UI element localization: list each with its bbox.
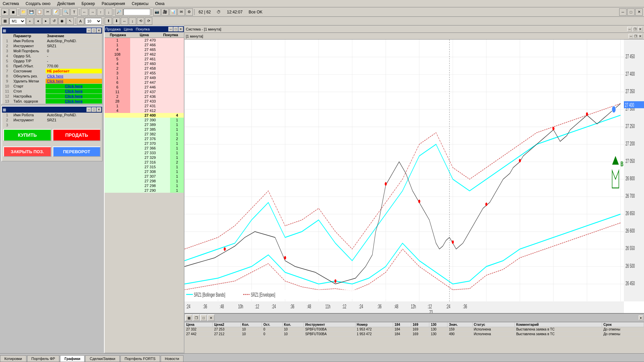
robot2-maximize[interactable]: □ [92, 107, 96, 112]
stop-link[interactable]: Click here [46, 89, 102, 94]
tb2-draw3[interactable]: ↔ [121, 17, 128, 25]
close-position-button[interactable]: ЗАКРЫТЬ ПОЗ. [3, 146, 51, 157]
toolbar-btn-7[interactable]: 📝 [52, 8, 59, 16]
bottom-table-container[interactable]: Цена Цена2 Кол. Ост. Кол. Инструмент Ном… [184, 322, 644, 353]
tb2-plus[interactable]: + [26, 17, 34, 25]
orderbook-body[interactable]: 1 27 470 1 27 466 4 27 465 108 27 462 5 … [105, 38, 184, 353]
col-price2: Цена2 [213, 322, 240, 327]
tb2-font[interactable]: A [77, 17, 84, 25]
toolbar-btn-11[interactable]: → [89, 8, 96, 16]
timeframe-select[interactable]: M1M5M15H1D1 [9, 18, 25, 24]
svg-point-34 [485, 202, 487, 206]
tb2-draw2[interactable]: ⬇ [113, 17, 120, 25]
bottom-btn1[interactable]: ▦ [185, 314, 193, 321]
svg-text:26 550: 26 550 [626, 245, 635, 251]
tab-quotes[interactable]: Котировки [0, 355, 26, 362]
delete-marks-link[interactable]: Click here [46, 79, 102, 84]
tb2-grid[interactable]: ▦ [1, 17, 9, 25]
start-link[interactable]: Click here [46, 84, 102, 89]
ob-minimize[interactable]: ─ [168, 27, 173, 32]
toolbar-close[interactable]: ✕ [635, 8, 643, 16]
tb2-draw1[interactable]: ⬆ [105, 17, 112, 25]
list-item: 27 376 2 [105, 136, 184, 141]
table-row: 11 Стоп Click here [2, 89, 102, 94]
menu-services[interactable]: Сервисы [130, 1, 150, 7]
reset-link[interactable]: Click here [46, 74, 102, 79]
tab-portfolio-fr[interactable]: Портфель ФР [27, 355, 60, 362]
menu-system[interactable]: Система [1, 1, 20, 7]
robot2-close[interactable]: ✕ [97, 107, 101, 112]
toolbar-btn-3[interactable]: 📁 [20, 8, 27, 16]
tab-portfolio-forts[interactable]: Портфель FORTS [120, 355, 160, 362]
table-row: 2 Инструмент SRZ1 [2, 44, 102, 49]
bottom-scroll-right[interactable]: ▸ [639, 315, 643, 320]
tb2-arrow-left[interactable]: ◂ [34, 17, 42, 25]
svg-point-30 [334, 279, 336, 283]
sell-button[interactable]: ПРОДАТЬ [53, 129, 101, 141]
toolbar-btn-9[interactable]: T [70, 8, 78, 16]
toolbar-btn-2[interactable]: ⏹ [9, 8, 17, 16]
menu-windows[interactable]: Окна [154, 1, 166, 7]
orders-table-link[interactable]: Click here [46, 99, 102, 104]
tb2-draw5[interactable]: ⟲ [137, 17, 144, 25]
toolbar-btn-4[interactable]: 💾 [28, 8, 35, 16]
buy-button[interactable]: КУПИТЬ [3, 129, 51, 141]
menu-broker[interactable]: Брокер [80, 1, 96, 7]
toolbar-btn-1[interactable]: ▶ [1, 8, 9, 16]
svg-text:10h: 10h [238, 303, 243, 309]
toolbar-btn-5[interactable]: 📋 [36, 8, 43, 16]
list-item: 2 27 436 [105, 94, 184, 99]
toolbar-settings[interactable]: ⚙ [185, 8, 193, 16]
toolbar-btn-12[interactable]: ↑ [97, 8, 104, 16]
chart-wrapper[interactable]: B 27 450 27 400 27 350 27 300 27 250 27 … [184, 40, 644, 313]
svg-text:12h: 12h [411, 303, 416, 309]
tab-charts[interactable]: Графики [60, 355, 85, 362]
tb2-cursor[interactable]: ↖ [66, 17, 74, 25]
tb2-indicator[interactable]: ◉ [58, 17, 66, 25]
tb2-draw6[interactable]: ⟳ [145, 17, 152, 25]
tab-news[interactable]: Новости [161, 355, 184, 362]
toolbar-maximize[interactable]: □ [627, 8, 635, 16]
menu-create-window[interactable]: Создать окно [24, 1, 52, 7]
svg-text::36: :36 [377, 303, 382, 309]
bottom-btn4[interactable]: ✕ [207, 314, 215, 321]
list-item: 27 298 1 [105, 179, 184, 183]
svg-text::48: :48 [394, 303, 398, 309]
chart2-restore[interactable]: ❐ [633, 34, 638, 39]
reverse-button[interactable]: ПЕРЕВОРОТ [53, 146, 101, 157]
tab-trades[interactable]: Сделки/Заявки [85, 355, 119, 362]
chart2-close[interactable]: ✕ [638, 34, 643, 39]
toolbar-video[interactable]: 🎥 [161, 8, 169, 16]
robot1-maximize[interactable]: □ [92, 28, 96, 33]
toolbar-btn-13[interactable]: ↓ [105, 8, 112, 16]
ob-maximize[interactable]: □ [173, 27, 178, 32]
menu-extensions[interactable]: Расширения [100, 1, 126, 7]
tb2-reload[interactable]: ↺ [50, 17, 58, 25]
font-select[interactable]: 101112 [85, 18, 102, 24]
tb2-draw4[interactable]: ↕ [129, 17, 136, 25]
settings-link[interactable]: Click here [46, 94, 102, 99]
bottom-btn3[interactable]: □ [200, 314, 207, 321]
toolbar-btn-6[interactable]: ✂ [44, 8, 51, 16]
ob-close[interactable]: ✕ [178, 27, 183, 32]
svg-text::24: :24 [186, 303, 191, 309]
bottom-btn2[interactable]: ❐ [193, 314, 200, 321]
menu-actions[interactable]: Действия [56, 1, 76, 7]
toolbar-minimize[interactable]: ─ [619, 8, 627, 16]
toolbar-btn-8[interactable]: 🔍 [62, 8, 70, 16]
robot1-minimize[interactable]: ─ [87, 28, 91, 33]
chart-minimize[interactable]: ─ [627, 27, 632, 32]
robot2-minimize[interactable]: ─ [87, 107, 91, 112]
ob-header-buy: Покупка [157, 32, 184, 38]
robot1-close[interactable]: ✕ [97, 28, 101, 33]
chart-restore[interactable]: ❐ [633, 27, 637, 32]
search-input[interactable] [123, 9, 150, 15]
tb2-arrow-right[interactable]: ▸ [42, 17, 50, 25]
toolbar-mail[interactable]: ✉ [177, 8, 185, 16]
toolbar-chart[interactable]: 📊 [169, 8, 177, 16]
chart2-minimize[interactable]: ─ [629, 34, 633, 39]
toolbar-search[interactable]: 🔎 [115, 8, 123, 16]
chart-close[interactable]: ✕ [638, 27, 643, 32]
toolbar-btn-10[interactable]: ← [81, 8, 88, 16]
toolbar-screenshot[interactable]: 📷 [153, 8, 161, 16]
